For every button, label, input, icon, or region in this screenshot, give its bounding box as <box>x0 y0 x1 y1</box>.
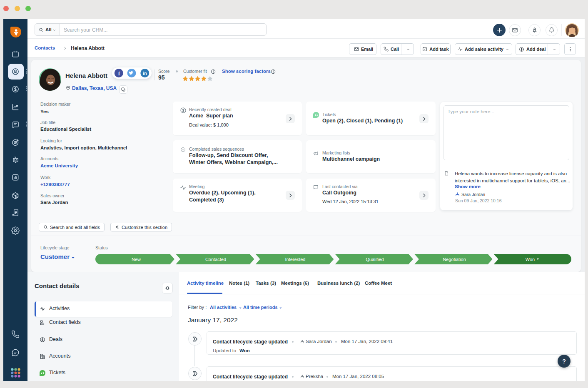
svg-text:in: in <box>143 71 147 76</box>
svg-text:f: f <box>118 70 120 77</box>
svg-text:Contacted: Contacted <box>205 257 226 262</box>
svg-text:Won: Won <box>526 257 535 262</box>
svg-text:Negotiation: Negotiation <box>443 257 466 262</box>
svg-text:New: New <box>132 257 141 262</box>
svg-text:Qualified: Qualified <box>366 257 384 262</box>
svg-text:Interested: Interested <box>285 257 306 262</box>
